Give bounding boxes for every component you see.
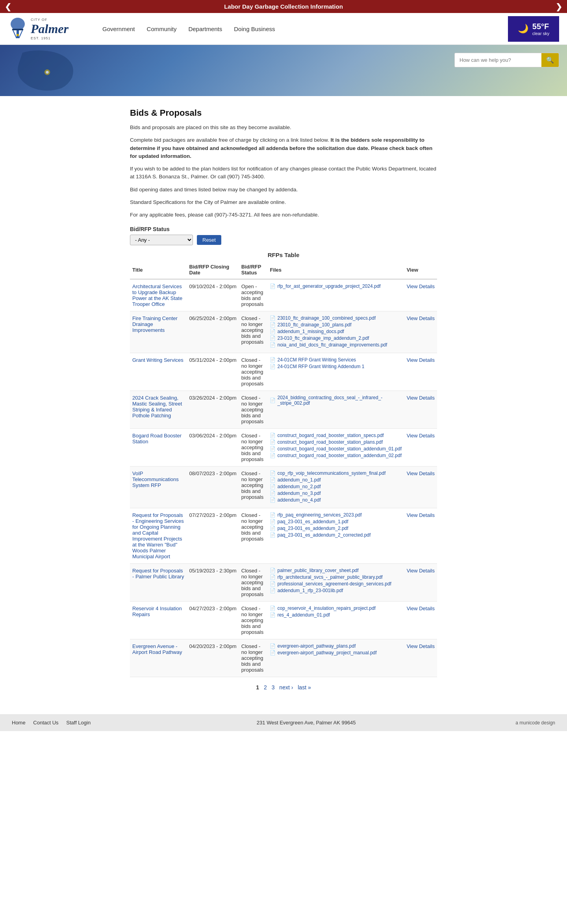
pdf-icon: 📄 <box>270 612 276 618</box>
page-2[interactable]: 2 <box>264 684 267 691</box>
file-link[interactable]: 📄23010_ftc_drainage_100_combined_specs.p… <box>270 315 402 321</box>
banner-prev-arrow[interactable]: ❮ <box>5 2 11 11</box>
file-link[interactable]: 📄addendum_no_1.pdf <box>270 477 402 483</box>
cell-view: View Details <box>404 391 437 429</box>
cell-title: Evergreen Avenue - Airport Road Pathway <box>130 639 187 677</box>
view-details-link[interactable]: View Details <box>407 433 435 439</box>
row-title-link[interactable]: Fire Training Center Drainage Improvemen… <box>132 315 178 333</box>
file-link[interactable]: 📄paq_23-001_es_addendum_1.pdf <box>270 519 402 524</box>
view-details-link[interactable]: View Details <box>407 357 435 363</box>
cell-view: View Details <box>404 279 437 311</box>
pdf-icon: 📄 <box>270 470 276 476</box>
alaska-map-icon <box>12 45 83 96</box>
nav-departments[interactable]: Departments <box>188 26 222 32</box>
pdf-icon: 📄 <box>270 484 276 489</box>
file-link[interactable]: 📄addendum_no_2.pdf <box>270 484 402 489</box>
file-link[interactable]: 📄cop_rfp_voip_telecommunications_system_… <box>270 470 402 476</box>
cell-closing: 07/27/2023 - 2:00pm <box>187 508 239 564</box>
file-link[interactable]: 📄construct_bogard_road_booster_station_a… <box>270 453 402 458</box>
view-details-link[interactable]: View Details <box>407 395 435 401</box>
file-link[interactable]: 📄2024_bidding_contracting_docs_seal_-_in… <box>270 395 402 406</box>
page-last[interactable]: last » <box>298 684 311 691</box>
banner-next-arrow[interactable]: ❯ <box>556 2 562 11</box>
file-link[interactable]: 📄professional_services_agreement-design_… <box>270 581 402 587</box>
row-title-link[interactable]: Architectural Services to Upgrade Backup… <box>132 283 182 307</box>
weather-temp: 55°F <box>532 22 549 31</box>
weather-desc: clear sky <box>532 31 549 36</box>
view-details-link[interactable]: View Details <box>407 606 435 611</box>
row-title-link[interactable]: 2024 Crack Sealing, Mastic Sealing, Stre… <box>132 395 182 418</box>
cell-files: 📄cop_reservoir_4_insulation_repairs_proj… <box>267 602 404 639</box>
file-link[interactable]: 📄construct_bogard_road_booster_station_s… <box>270 433 402 438</box>
row-title-link[interactable]: Request for Proposals - Palmer Public Li… <box>132 568 184 580</box>
file-link[interactable]: 📄24-01CM RFP Grant Writing Services <box>270 357 402 363</box>
view-details-link[interactable]: View Details <box>407 283 435 289</box>
row-title-link[interactable]: Evergreen Avenue - Airport Road Pathway <box>132 643 182 655</box>
page-1[interactable]: 1 <box>256 684 259 691</box>
file-link[interactable]: 📄23010_ftc_drainage_100_plans.pdf <box>270 322 402 328</box>
file-link[interactable]: 📄rfp_paq_engineering_services_2023.pdf <box>270 512 402 518</box>
pdf-icon: 📄 <box>270 446 276 452</box>
cell-title: Bogard Road Booster Station <box>130 429 187 467</box>
file-link[interactable]: 📄rfp_for_ast_generator_upgrade_project_2… <box>270 283 402 289</box>
svg-point-5 <box>17 34 19 36</box>
intro-para-4: Bid opening dates and times listed below… <box>130 186 437 194</box>
view-details-link[interactable]: View Details <box>407 512 435 518</box>
file-link[interactable]: 📄paq_23-001_es_addendum_2.pdf <box>270 526 402 531</box>
cell-status: Closed - no longer accepting bids and pr… <box>239 429 268 467</box>
cell-title: Request for Proposals - Palmer Public Li… <box>130 564 187 602</box>
file-link[interactable]: 📄addendum_1_rfp_23-001lib.pdf <box>270 588 402 593</box>
file-link[interactable]: 📄24-01CM RFP Grant Writing Addendum 1 <box>270 364 402 369</box>
view-details-link[interactable]: View Details <box>407 470 435 476</box>
cell-title: VoIP Telecommunications System RFP <box>130 467 187 508</box>
file-link[interactable]: 📄noia_and_bid_docs_ftc_drainage_improvem… <box>270 342 402 348</box>
file-link[interactable]: 📄addendum_no_4.pdf <box>270 497 402 503</box>
pdf-icon: 📄 <box>270 322 276 328</box>
file-link[interactable]: 📄construct_bogard_road_booster_station_a… <box>270 446 402 452</box>
file-link[interactable]: 📄paq_23-001_es_addendum_2_corrected.pdf <box>270 532 402 538</box>
logo: CITY OF Palmer EST. 1951 <box>8 13 94 44</box>
page-next[interactable]: next › <box>279 684 293 691</box>
status-filter-select[interactable]: - Any - Open Closed <box>130 235 193 245</box>
pdf-icon: 📄 <box>270 357 276 363</box>
svg-line-4 <box>19 30 22 38</box>
cell-closing: 03/06/2024 - 2:00pm <box>187 429 239 467</box>
file-link[interactable]: 📄palmer_public_library_cover_sheet.pdf <box>270 568 402 573</box>
search-button[interactable]: 🔍 <box>541 53 559 67</box>
nav-community[interactable]: Community <box>147 26 177 32</box>
file-link[interactable]: 📄evergreen-airport_pathway_plans.pdf <box>270 643 402 649</box>
search-input[interactable] <box>455 54 541 66</box>
page-3[interactable]: 3 <box>272 684 275 691</box>
file-link[interactable]: 📄addendum_1_missing_docs.pdf <box>270 329 402 334</box>
row-title-link[interactable]: Grant Writing Services <box>132 357 183 363</box>
view-details-link[interactable]: View Details <box>407 643 435 649</box>
file-link[interactable]: 📄construct_bogard_road_booster_station_p… <box>270 439 402 445</box>
row-title-link[interactable]: Bogard Road Booster Station <box>132 433 182 444</box>
cell-closing: 05/31/2024 - 2:00pm <box>187 353 239 391</box>
row-title-link[interactable]: Reservoir 4 Insulation Repairs <box>132 606 182 617</box>
nav-doing-business[interactable]: Doing Business <box>234 26 275 32</box>
cell-view: View Details <box>404 602 437 639</box>
row-title-link[interactable]: Request for Proposals - Engineering Serv… <box>132 512 184 559</box>
cell-files: 📄cop_rfp_voip_telecommunications_system_… <box>267 467 404 508</box>
file-link[interactable]: 📄addendum_no_3.pdf <box>270 491 402 496</box>
file-link[interactable]: 📄cop_reservoir_4_insulation_repairs_proj… <box>270 606 402 611</box>
footer-link-contact[interactable]: Contact Us <box>33 720 58 726</box>
cell-view: View Details <box>404 429 437 467</box>
view-details-link[interactable]: View Details <box>407 568 435 574</box>
file-link[interactable]: 📄evergreen-airport_pathway_project_manua… <box>270 650 402 656</box>
cell-closing: 03/26/2024 - 2:00pm <box>187 391 239 429</box>
view-details-link[interactable]: View Details <box>407 315 435 321</box>
reset-button[interactable]: Reset <box>197 235 221 245</box>
footer-link-home[interactable]: Home <box>12 720 26 726</box>
file-link[interactable]: 📄23-010_ftc_drainage_imp_addendum_2.pdf <box>270 335 402 341</box>
table-row: Fire Training Center Drainage Improvemen… <box>130 311 437 353</box>
row-title-link[interactable]: VoIP Telecommunications System RFP <box>132 470 179 488</box>
cell-files: 📄2024_bidding_contracting_docs_seal_-_in… <box>267 391 404 429</box>
pdf-icon: 📄 <box>270 650 276 656</box>
pdf-icon: 📄 <box>270 283 276 289</box>
footer-link-staff[interactable]: Staff Login <box>66 720 91 726</box>
file-link[interactable]: 📄rfp_architectural_svcs_-_palmer_public_… <box>270 574 402 580</box>
nav-government[interactable]: Government <box>102 26 135 32</box>
file-link[interactable]: 📄res_4_addendum_01.pdf <box>270 612 402 618</box>
